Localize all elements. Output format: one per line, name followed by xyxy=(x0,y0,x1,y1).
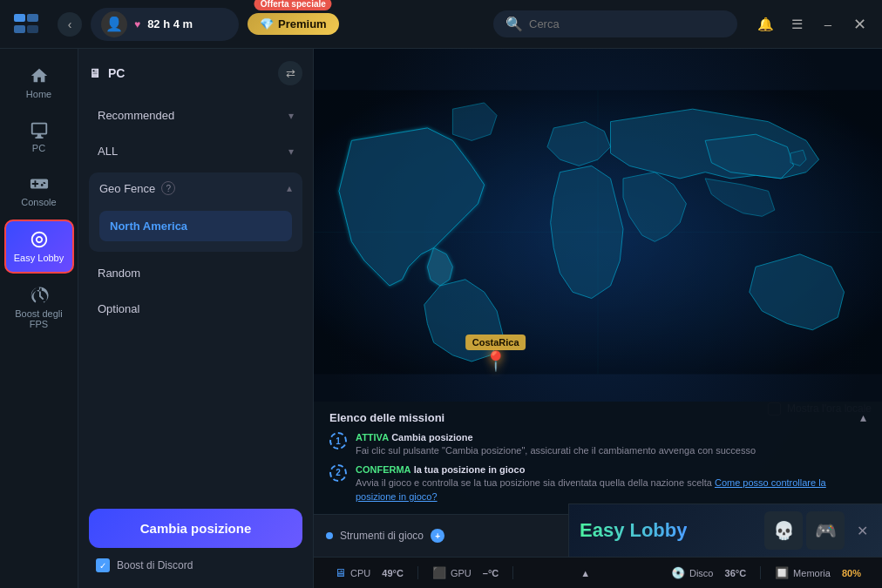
cpu-icon: 🖥 xyxy=(335,566,346,579)
popup-thumb-2: 🎮 xyxy=(806,511,845,550)
cpu-value: 49°C xyxy=(382,568,404,578)
gpu-icon: ⬛ xyxy=(432,566,446,579)
checkbox-icon: ✓ xyxy=(96,558,110,572)
disk-icon: 💿 xyxy=(671,566,685,579)
step-1: 1 ATTIVA Cambia posizione Fai clic sul p… xyxy=(329,431,866,458)
topbar-icons: 🔔 ☰ – ✕ xyxy=(753,12,872,37)
optional-row[interactable]: Optional xyxy=(89,294,302,323)
random-row[interactable]: Random xyxy=(89,259,302,287)
svg-rect-0 xyxy=(14,14,25,22)
target-icon xyxy=(30,230,49,249)
memory-label: Memoria xyxy=(793,568,831,578)
location-marker: CostaRica 📍 xyxy=(465,335,526,371)
popup-thumb-1: 💀 xyxy=(764,511,803,550)
logo-icon xyxy=(10,9,42,40)
chevron-down-icon: ▾ xyxy=(288,145,294,158)
boost-discord-checkbox[interactable]: ✓ Boost di Discord xyxy=(89,555,302,576)
step-2-text: CONFERMA la tua posizione in gioco Avvia… xyxy=(356,463,866,504)
sidebar-item-label: Console xyxy=(21,197,56,207)
location-tag: CostaRica xyxy=(465,335,526,350)
topbar: ‹ 👤 ♥ 82 h 4 m Offerta speciale 💎 Premiu… xyxy=(0,0,882,49)
geo-fence-title: Geo Fence ? xyxy=(99,181,175,195)
home-icon xyxy=(30,66,49,85)
bottom-panel: Elenco delle missioni ▴ 1 ATTIVA Cambia … xyxy=(314,402,882,588)
panel-title: 🖥 PC xyxy=(89,66,125,80)
logo xyxy=(10,9,42,40)
premium-button[interactable]: Offerta speciale 💎 Premium xyxy=(248,13,339,35)
close-button[interactable]: ✕ xyxy=(847,12,872,37)
search-input[interactable] xyxy=(529,17,725,30)
recommended-row[interactable]: Recommended ▾ xyxy=(89,101,302,130)
gauge-icon xyxy=(30,286,49,305)
status-bar: 🖥 CPU 49°C ⬛ GPU –°C ▲ 💿 Disco 36°C 🔲 Me… xyxy=(314,557,882,588)
disk-status: 💿 Disco 36°C xyxy=(657,566,761,579)
easy-lobby-popup-title: Easy Lobby xyxy=(580,519,687,542)
missions-header: Elenco delle missioni ▴ xyxy=(329,410,866,424)
panel-header: 🖥 PC ⇄ xyxy=(89,61,302,94)
change-position-button[interactable]: Cambia posizione xyxy=(89,509,302,548)
geo-fence-section: Geo Fence ? ▴ North America xyxy=(89,172,302,252)
svg-rect-2 xyxy=(14,25,25,33)
user-time: 82 h 4 m xyxy=(147,17,193,30)
memory-value: 80% xyxy=(842,568,861,578)
blue-dot-icon xyxy=(326,532,333,539)
disk-label: Disco xyxy=(689,568,714,578)
recommended-label: Recommended xyxy=(98,109,174,122)
swap-button[interactable]: ⇄ xyxy=(278,61,302,85)
gamepad-icon xyxy=(30,174,49,193)
popup-thumbnails: 💀 🎮 xyxy=(764,511,845,550)
monitor-icon xyxy=(30,120,49,139)
gpu-value: –°C xyxy=(483,568,499,578)
sidebar-item-easy-lobby[interactable]: Easy Lobby xyxy=(4,220,74,274)
step-1-prefix: ATTIVA xyxy=(356,432,389,443)
gpu-status: ⬛ GPU –°C xyxy=(418,566,513,579)
minimize-button[interactable]: – xyxy=(816,12,840,37)
step-2-prefix: CONFERMA xyxy=(356,464,411,475)
boost-discord-label: Boost di Discord xyxy=(117,559,193,571)
sidebar-item-fps[interactable]: Boost degli FPS xyxy=(4,277,74,338)
sidebar-item-label: Home xyxy=(26,89,51,99)
gpu-label: GPU xyxy=(451,568,472,578)
chevron-up-icon: ▴ xyxy=(287,182,292,194)
tools-label: Strumenti di gioco xyxy=(340,530,424,542)
north-america-item[interactable]: North America xyxy=(99,211,292,241)
geo-fence-header[interactable]: Geo Fence ? ▴ xyxy=(89,172,302,204)
step-1-text: ATTIVA Cambia posizione Fai clic sul pul… xyxy=(356,431,756,458)
main-layout: Home PC Console Easy Lobby Boost degli F… xyxy=(0,49,882,588)
offerta-badge: Offerta speciale xyxy=(254,0,332,10)
sidebar-item-home[interactable]: Home xyxy=(4,57,74,108)
svg-rect-1 xyxy=(27,14,38,22)
cpu-status: 🖥 CPU 49°C xyxy=(321,566,418,579)
missions-section: Elenco delle missioni ▴ 1 ATTIVA Cambia … xyxy=(314,402,882,515)
tools-help-icon[interactable]: + xyxy=(431,529,444,543)
step-2: 2 CONFERMA la tua posizione in gioco Avv… xyxy=(329,463,866,504)
easy-lobby-popup: Easy Lobby 💀 🎮 ✕ xyxy=(568,504,882,557)
popup-close-button[interactable]: ✕ xyxy=(853,523,872,539)
memory-status: 🔲 Memoria 80% xyxy=(761,566,875,579)
map-area: CostaRica 📍 Mostra l'ora locale Elenco d… xyxy=(314,49,882,588)
disk-value: 36°C xyxy=(725,568,747,578)
search-bar[interactable]: 🔍 xyxy=(493,10,737,37)
monitor-panel-icon: 🖥 xyxy=(89,66,101,80)
sidebar-item-console[interactable]: Console xyxy=(4,166,74,216)
sidebar: Home PC Console Easy Lobby Boost degli F… xyxy=(0,49,78,588)
help-icon: ? xyxy=(161,181,175,195)
expand-button[interactable]: ▲ xyxy=(580,568,590,578)
all-row[interactable]: ALL ▾ xyxy=(89,137,302,166)
svg-rect-3 xyxy=(27,25,38,33)
sidebar-item-pc[interactable]: PC xyxy=(4,112,74,162)
back-button[interactable]: ‹ xyxy=(58,12,82,37)
cpu-label: CPU xyxy=(350,568,370,578)
chevron-down-icon: ▾ xyxy=(288,110,294,122)
location-pin-icon: 📍 xyxy=(484,352,507,371)
step-1-num: 1 xyxy=(329,432,347,449)
user-area: 👤 ♥ 82 h 4 m xyxy=(91,8,239,41)
all-label: ALL xyxy=(98,145,118,158)
menu-icon[interactable]: ☰ xyxy=(784,12,809,37)
heart-icon: ♥ xyxy=(134,18,140,30)
chevron-up-icon: ▴ xyxy=(860,410,866,424)
missions-title: Elenco delle missioni xyxy=(329,411,444,424)
notification-icon[interactable]: 🔔 xyxy=(753,12,777,37)
sidebar-item-label: Easy Lobby xyxy=(14,253,64,263)
world-map xyxy=(314,49,882,416)
